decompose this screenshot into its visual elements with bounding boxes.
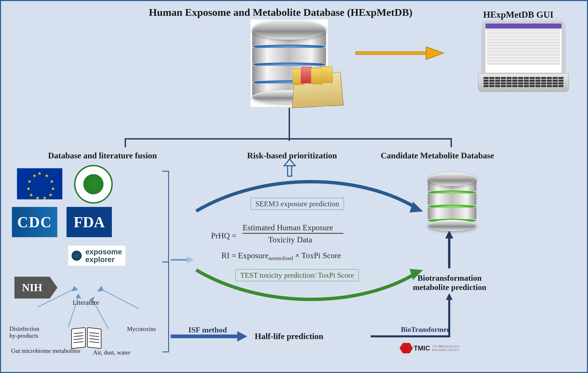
biotransformation-label: Biotransformationmetabolite prediction <box>411 273 488 292</box>
ri-sub: normolized <box>268 255 293 261</box>
test-toxpi-box: TEST toxicity prediction/ ToxPi Score <box>235 269 359 281</box>
biotransformer-label: BioTransformer <box>401 325 450 333</box>
laptop-illustration <box>478 21 569 92</box>
label-mycotoxins: Mycotoxins <box>127 325 156 332</box>
label-gut: Gut microbiome metabolites <box>11 347 80 354</box>
ri-tail: × ToxPi Score <box>293 251 341 260</box>
database-main-icon <box>251 20 328 107</box>
arrow-to-gui <box>356 48 443 58</box>
exposome-explorer-logo: exposomeexplorer <box>68 245 125 266</box>
nih-logo: NIH <box>14 277 50 298</box>
seem3-box: SEEM3 exposure prediction <box>251 198 344 210</box>
svg-marker-12 <box>98 287 103 291</box>
fda-logo: FDA <box>66 207 112 237</box>
fraction-bar <box>242 233 343 234</box>
eu-flag-icon: ★ ★ ★ ★ ★ ★ ★ ★ ★ ★ ★ ★ <box>17 168 62 199</box>
svg-marker-6 <box>237 331 247 341</box>
svg-marker-8 <box>445 230 453 238</box>
fusion-bracket <box>159 171 169 352</box>
book-icon <box>71 326 102 350</box>
prhq-lhs: PrHQ = <box>211 231 236 240</box>
svg-marker-10 <box>76 294 81 298</box>
prhq-den: Toxicity Data <box>268 235 312 244</box>
epa-seal-icon <box>74 165 113 203</box>
tmic-hex-icon <box>399 342 413 354</box>
svg-marker-2 <box>410 202 423 213</box>
svg-marker-9 <box>72 287 77 291</box>
isf-label: ISF method <box>188 325 227 334</box>
ri-formula: RI = Exposurenormolized × ToxPi Score <box>221 251 341 261</box>
svg-marker-7 <box>446 293 452 300</box>
svg-marker-0 <box>426 47 443 60</box>
tmic-text: TMIC <box>414 344 430 352</box>
svg-marker-1 <box>187 256 194 263</box>
ri-lhs: RI = Exposure <box>221 251 268 260</box>
page-title: Human Exposome and Metabolite Database (… <box>149 6 412 18</box>
tmic-logo: TMIC The Metabolomics Innovation Centre <box>399 342 460 354</box>
svg-rect-4 <box>288 166 292 176</box>
section-candidate: Candidate Metabolite Database <box>381 151 494 160</box>
label-air: Air, dust, water <box>93 349 131 356</box>
halflife-label: Half-life prediction <box>255 331 323 341</box>
label-disinfection: Disinfectionby-products <box>10 325 39 339</box>
candidate-db-icon <box>428 172 476 231</box>
literature-label: Literature <box>73 298 99 306</box>
globe-icon <box>72 251 82 261</box>
laptop-screen <box>483 21 564 75</box>
laptop-base <box>478 73 569 92</box>
gui-label: HExpMetDB GUI <box>483 10 554 20</box>
prhq-num: Estimated Human Exposure <box>242 223 333 232</box>
section-fusion: Database and literature fusion <box>48 151 157 160</box>
cdc-logo: CDC <box>12 207 57 237</box>
section-risk: Risk-based prioritization <box>247 151 337 160</box>
